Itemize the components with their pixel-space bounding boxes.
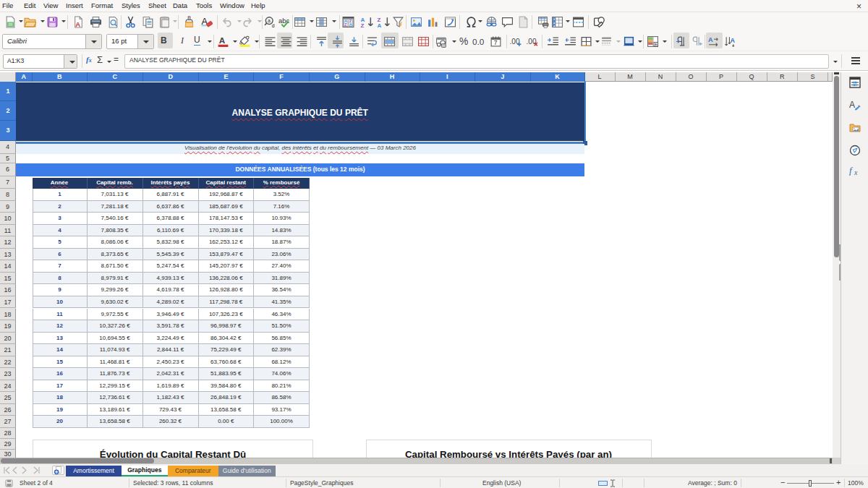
- svg-text:x: x: [854, 168, 858, 176]
- svg-text:Z: Z: [360, 22, 364, 28]
- svg-text:A: A: [349, 22, 352, 27]
- svg-text:f: f: [849, 165, 854, 176]
- svg-text:A: A: [731, 37, 736, 44]
- svg-text:A: A: [219, 35, 226, 45]
- svg-text:A: A: [849, 100, 855, 110]
- svg-text:abc: abc: [278, 17, 290, 25]
- svg-text:A: A: [377, 22, 381, 28]
- svg-text:0.0: 0.0: [472, 37, 485, 46]
- svg-text:%: %: [459, 35, 468, 47]
- svg-text:d: d: [271, 23, 274, 28]
- svg-text:7: 7: [493, 39, 497, 46]
- svg-text:A: A: [75, 20, 80, 28]
- svg-text:A: A: [708, 36, 713, 43]
- svg-text:a: a: [267, 18, 270, 23]
